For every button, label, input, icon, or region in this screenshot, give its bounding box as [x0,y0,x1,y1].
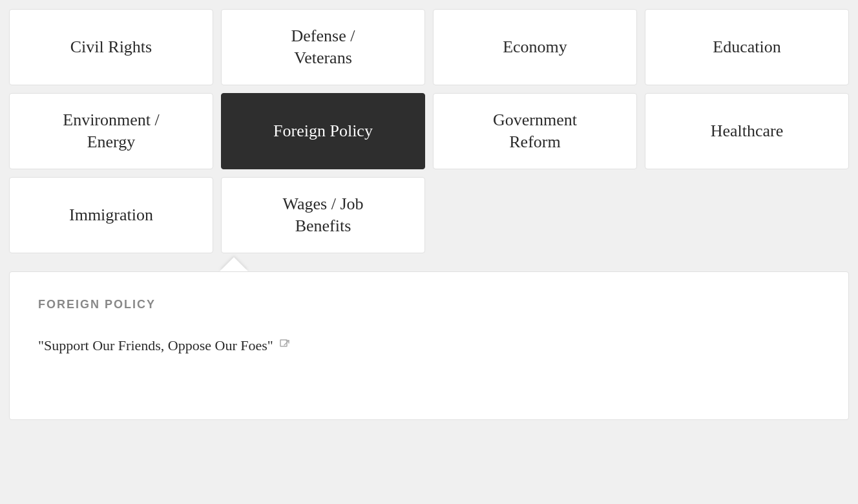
topics-grid: Civil RightsDefense / VeteransEconomyEdu… [0,0,858,253]
topic-card-immigration[interactable]: Immigration [9,177,213,253]
grid-row-2: ImmigrationWages / Job Benefits [9,177,849,253]
external-link-icon[interactable] [280,339,290,352]
topic-card-government-reform[interactable]: Government Reform [433,93,637,169]
detail-quote: "Support Our Friends, Oppose Our Foes" [38,337,820,354]
topic-card-wages-job-benefits[interactable]: Wages / Job Benefits [221,177,425,253]
detail-title: FOREIGN POLICY [38,298,820,311]
quote-text: "Support Our Friends, Oppose Our Foes" [38,337,273,354]
topic-card-healthcare[interactable]: Healthcare [645,93,849,169]
topic-card-economy[interactable]: Economy [433,9,637,85]
topic-card-education[interactable]: Education [645,9,849,85]
detail-panel: FOREIGN POLICY "Support Our Friends, Opp… [9,271,849,420]
arrow-indicator [0,257,858,271]
topic-card-defense-veterans[interactable]: Defense / Veterans [221,9,425,85]
topic-card-environment-energy[interactable]: Environment / Energy [9,93,213,169]
topic-card-civil-rights[interactable]: Civil Rights [9,9,213,85]
arrow-up-icon [220,257,248,271]
topic-card-foreign-policy[interactable]: Foreign Policy [221,93,425,169]
